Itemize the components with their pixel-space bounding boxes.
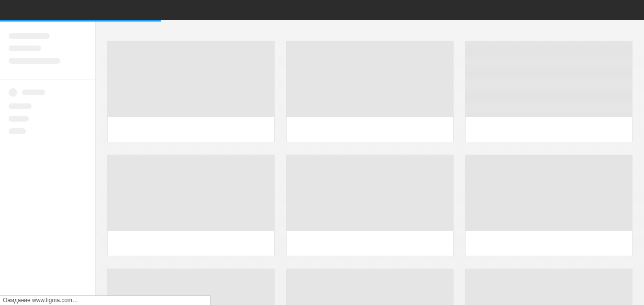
content-area xyxy=(96,22,644,305)
file-thumbnail xyxy=(287,269,453,305)
file-thumbnail xyxy=(466,269,632,305)
file-card-footer xyxy=(287,231,453,256)
file-card[interactable] xyxy=(286,269,454,305)
sidebar-skeleton-line xyxy=(9,116,29,122)
sidebar-skeleton-line xyxy=(9,103,32,109)
sidebar-section-top xyxy=(0,33,95,79)
file-card[interactable] xyxy=(465,269,633,305)
file-thumbnail xyxy=(466,155,632,231)
file-card[interactable] xyxy=(107,41,275,142)
file-card-footer xyxy=(108,117,274,142)
sidebar-skeleton-line xyxy=(9,58,60,64)
loading-progress-track xyxy=(0,20,644,22)
file-grid xyxy=(107,41,633,305)
sidebar-skeleton-row xyxy=(9,88,87,97)
file-thumbnail xyxy=(287,155,453,231)
file-card[interactable] xyxy=(465,41,633,142)
file-thumbnail xyxy=(108,155,274,231)
file-card-footer xyxy=(466,231,632,256)
avatar-skeleton xyxy=(9,88,17,97)
status-text: Ожидание www.figma.com… xyxy=(3,297,78,304)
sidebar-skeleton-line xyxy=(9,45,41,51)
main-layout xyxy=(0,22,644,305)
loading-progress-fill xyxy=(0,20,161,22)
top-bar xyxy=(0,0,644,20)
sidebar-skeleton-line xyxy=(22,90,45,95)
file-card[interactable] xyxy=(286,155,454,256)
file-card[interactable] xyxy=(465,155,633,256)
file-card-footer xyxy=(287,117,453,142)
browser-status-bar: Ожидание www.figma.com… xyxy=(0,295,211,305)
file-card[interactable] xyxy=(286,41,454,142)
file-card-footer xyxy=(466,117,632,142)
sidebar xyxy=(0,22,96,305)
sidebar-skeleton-line xyxy=(9,33,50,39)
file-card-footer xyxy=(108,231,274,256)
file-thumbnail xyxy=(287,41,453,117)
sidebar-skeleton-line xyxy=(9,128,26,134)
file-thumbnail xyxy=(466,41,632,117)
sidebar-section-bottom xyxy=(0,79,95,143)
file-card[interactable] xyxy=(107,155,275,256)
file-thumbnail xyxy=(108,41,274,117)
